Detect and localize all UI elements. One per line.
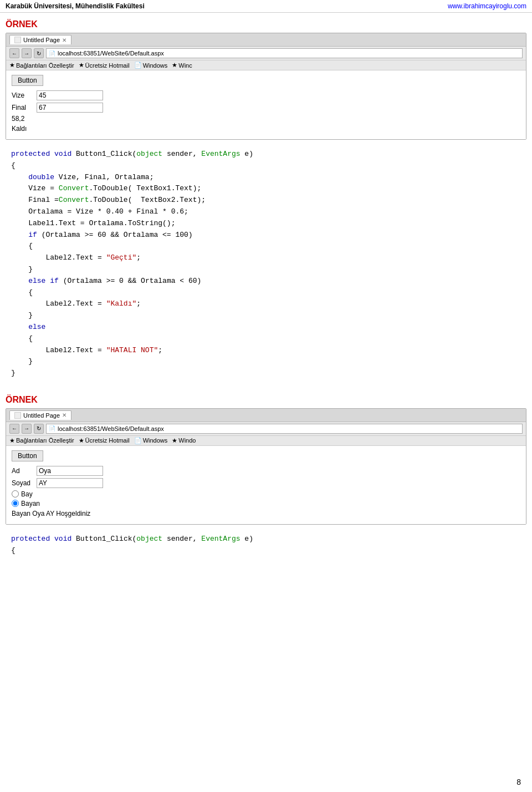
ornek-label-1: ÖRNEK (6, 19, 38, 29)
page-header: Karabük Üniversitesi, Mühendislik Fakült… (0, 0, 532, 13)
tab-close-icon[interactable]: ✕ (62, 37, 66, 43)
address-bar-2[interactable]: 📄 localhost:63851/WebSite6/Default.aspx (46, 424, 523, 434)
browser-tab-2[interactable]: Untitled Page ✕ (9, 410, 71, 420)
final-label: Final (12, 104, 37, 111)
browser-bookmarks-2: ★ Bağlantıları Özelleştir ★ Ücretsiz Hot… (6, 436, 526, 446)
forward-button[interactable]: → (22, 48, 32, 58)
code-line-16: else if (Ortalama >= 0 && Ortalama < 60) (6, 276, 526, 287)
address-text-2: localhost:63851/WebSite6/Default.aspx (58, 425, 164, 432)
browser-bookmarks-1: ★ Bağlantıları Özelleştir ★ Ücretsiz Hot… (6, 60, 526, 70)
soyad-label: Soyad (12, 479, 37, 487)
refresh-button-2[interactable]: ↻ (34, 424, 44, 434)
section1: ÖRNEK Untitled Page ✕ ← → ↻ 📄 localhost:… (0, 13, 532, 383)
code-line-21: { (6, 333, 526, 345)
vize-label: Vize (12, 92, 37, 99)
ornek-label-2: ÖRNEK (6, 395, 38, 405)
bookmark-1[interactable]: ★ Bağlantıları Özelleştir (9, 62, 74, 69)
code-block-2: protected void Button1_Click(object send… (6, 530, 526, 560)
browser-content-2: Button Ad Soyad Bay Bayan Bayan Oya AY H… (6, 446, 526, 524)
browser-mockup-1: Untitled Page ✕ ← → ↻ 📄 localhost:63851/… (6, 33, 526, 140)
tab-page-icon (14, 37, 21, 43)
code-line-22: Label2.Text = "HATALI NOT"; (6, 345, 526, 357)
refresh-button[interactable]: ↻ (34, 48, 44, 58)
bookmark-s2-4[interactable]: ★ Windo (172, 437, 196, 444)
ad-input[interactable] (37, 466, 103, 476)
browser-button-1[interactable]: Button (12, 75, 43, 86)
back-button-2[interactable]: ← (9, 424, 19, 434)
bookmark-s2-1[interactable]: ★ Bağlantıları Özelleştir (9, 437, 74, 444)
section2: ÖRNEK Untitled Page ✕ ← → ↻ 📄 localhost:… (0, 388, 532, 560)
radio-bayan-label: Bayan (21, 500, 40, 507)
code-line-6: Final =Convert.ToDouble( TextBox2.Text); (6, 195, 526, 206)
code-line-20: else (6, 322, 526, 333)
radio-bay-label: Bay (21, 490, 33, 498)
code-line-12: if (Ortalama >= 60 && Ortalama <= 100) (6, 230, 526, 241)
forward-button-2[interactable]: → (22, 424, 32, 434)
address-text-1: localhost:63851/WebSite6/Default.aspx (58, 50, 164, 57)
code-line-1: protected void Button1_Click(object send… (6, 149, 526, 160)
code-line-14: Label2.Text = "Geçti"; (6, 252, 526, 264)
browser-titlebar-1: Untitled Page ✕ (6, 33, 526, 47)
output-line-2: Kaldı (12, 125, 520, 133)
bookmark-s2-2[interactable]: ★ Ücretsiz Hotmail (79, 437, 130, 444)
code2-line-1: protected void Button1_Click(object send… (6, 534, 526, 545)
radio-row-bay: Bay (12, 490, 520, 498)
code2-line-2: { (6, 545, 526, 557)
soyad-input[interactable] (37, 478, 103, 488)
browser-controls-1: ← → ↻ 📄 localhost:63851/WebSite6/Default… (6, 47, 526, 60)
bookmark-2[interactable]: ★ Ücretsiz Hotmail (79, 62, 130, 69)
browser-button-2[interactable]: Button (12, 450, 43, 461)
code-block-1: protected void Button1_Click(object send… (6, 145, 526, 383)
output-line-1: 58,2 (12, 115, 520, 123)
final-input[interactable] (37, 103, 103, 113)
form-row-final: Final (12, 103, 520, 113)
code-line-3: double Vize, Final, Ortalama; (6, 172, 526, 184)
ad-label: Ad (12, 467, 37, 475)
form-row-ad: Ad (12, 466, 520, 476)
code-line-5: Vize = Convert.ToDouble( TextBox1.Text); (6, 183, 526, 195)
browser-content-1: Button Vize Final 58,2 Kaldı (6, 70, 526, 139)
browser-tab-1[interactable]: Untitled Page ✕ (9, 35, 71, 44)
tab-page-icon-2 (14, 412, 21, 419)
page-icon: 📄 (49, 50, 55, 57)
browser-controls-2: ← → ↻ 📄 localhost:63851/WebSite6/Default… (6, 422, 526, 436)
back-button[interactable]: ← (9, 48, 19, 58)
form-row-soyad: Soyad (12, 478, 520, 488)
code-line-18: Label2.Text = "Kaldı"; (6, 298, 526, 310)
code-line-17: { (6, 287, 526, 299)
code-line-8: Ortalama = Vize * 0.40 + Final * 0.6; (6, 206, 526, 218)
page-icon-2: 📄 (49, 425, 55, 431)
code-line-23: } (6, 356, 526, 368)
code-line-15: } (6, 264, 526, 276)
radio-bayan[interactable] (12, 500, 19, 507)
tab-close-icon-2[interactable]: ✕ (62, 412, 66, 418)
browser-titlebar-2: Untitled Page ✕ (6, 409, 526, 422)
browser-mockup-2: Untitled Page ✕ ← → ↻ 📄 localhost:63851/… (6, 408, 526, 525)
tab-title-2: Untitled Page (23, 412, 60, 419)
address-bar-1[interactable]: 📄 localhost:63851/WebSite6/Default.aspx (46, 48, 523, 58)
vize-input[interactable] (37, 90, 103, 100)
website-url: www.ibrahimcayiroglu.com (448, 2, 526, 10)
radio-bay[interactable] (12, 490, 19, 497)
university-name: Karabük Üniversitesi, Mühendislik Fakült… (6, 2, 145, 10)
form-row-vize: Vize (12, 90, 520, 100)
code-line-2: { (6, 160, 526, 172)
bookmark-s2-3[interactable]: 📄 Windows (134, 437, 168, 444)
code-line-24: } (6, 368, 526, 379)
tab-title-1: Untitled Page (23, 37, 60, 43)
output-hosgel: Bayan Oya AY Hoşgeldiniz (12, 510, 520, 517)
radio-row-bayan: Bayan (12, 500, 520, 507)
code-line-10: Label1.Text = Ortalama.ToString(); (6, 218, 526, 230)
bookmark-3[interactable]: 📄 Windows (134, 62, 168, 69)
bookmark-4[interactable]: ★ Winc (172, 62, 192, 69)
code-line-19: } (6, 310, 526, 322)
code-line-13: { (6, 241, 526, 252)
